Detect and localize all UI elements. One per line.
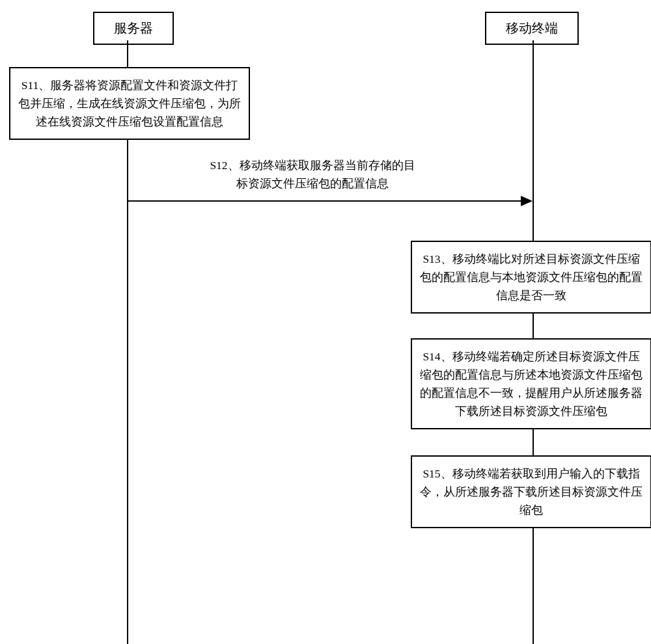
step-text: S14、移动终端若确定所述目标资源文件压缩包的配置信息与所述本地资源文件压缩包的… <box>420 350 643 418</box>
step-text: S15、移动终端若获取到用户输入的下载指令，从所述服务器下载所述目标资源文件压缩… <box>420 467 643 517</box>
participant-header-server: 服务器 <box>93 12 174 45</box>
step-text: S11、服务器将资源配置文件和资源文件打包并压缩，生成在线资源文件压缩包，为所述… <box>18 79 241 128</box>
arrow-head-s12 <box>521 196 533 206</box>
participant-label: 服务器 <box>114 21 153 35</box>
arrow-s12 <box>128 200 522 202</box>
step-text: S13、移动终端比对所述目标资源文件压缩包的配置信息与本地资源文件压缩包的配置信… <box>420 252 643 302</box>
step-box-s11: S11、服务器将资源配置文件和资源文件打包并压缩，生成在线资源文件压缩包，为所述… <box>9 67 250 140</box>
participant-header-mobile: 移动终端 <box>485 12 579 45</box>
step-text-line2: 标资源文件压缩包的配置信息 <box>236 177 389 190</box>
participant-label: 移动终端 <box>506 21 558 35</box>
step-label-s12: S12、移动终端获取服务器当前存储的目 标资源文件压缩包的配置信息 <box>182 156 443 193</box>
step-text-line1: S12、移动终端获取服务器当前存储的目 <box>210 159 415 172</box>
step-box-s13: S13、移动终端比对所述目标资源文件压缩包的配置信息与本地资源文件压缩包的配置信… <box>411 241 651 314</box>
step-box-s14: S14、移动终端若确定所述目标资源文件压缩包的配置信息与所述本地资源文件压缩包的… <box>411 338 651 429</box>
step-box-s15: S15、移动终端若获取到用户输入的下载指令，从所述服务器下载所述目标资源文件压缩… <box>411 455 651 528</box>
